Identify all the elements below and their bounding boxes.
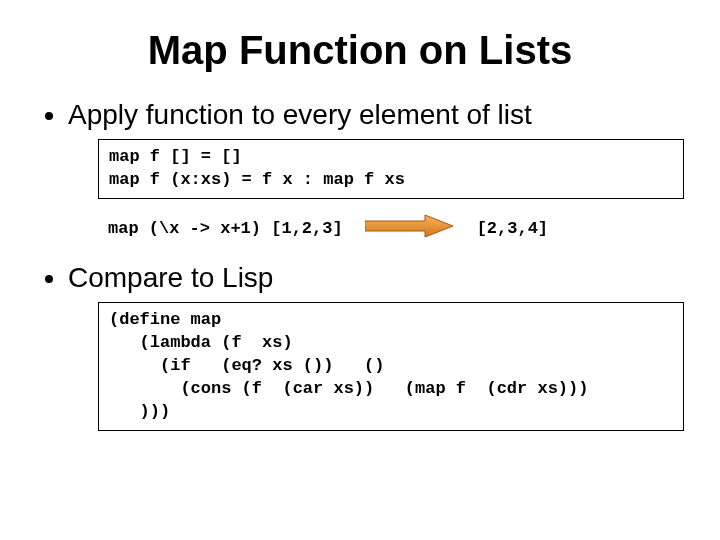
bullet-compare: Compare to Lisp (define map (lambda (f x… <box>68 262 684 431</box>
eval-row: map (\x -> x+1) [1,2,3] [2,3,4] <box>108 213 684 244</box>
svg-marker-0 <box>365 215 453 237</box>
slide-title: Map Function on Lists <box>36 28 684 73</box>
eval-input: map (\x -> x+1) [1,2,3] <box>108 219 343 238</box>
code-box-lisp: (define map (lambda (f xs) (if (eq? xs (… <box>98 302 684 431</box>
bullet-list: Apply function to every element of list … <box>36 99 684 431</box>
bullet-text: Apply function to every element of list <box>68 99 532 130</box>
eval-output: [2,3,4] <box>477 219 548 238</box>
slide: Map Function on Lists Apply function to … <box>0 0 720 431</box>
bullet-text: Compare to Lisp <box>68 262 273 293</box>
bullet-apply: Apply function to every element of list … <box>68 99 684 244</box>
code-box-haskell: map f [] = [] map f (x:xs) = f x : map f… <box>98 139 684 199</box>
arrow-icon <box>365 213 455 244</box>
